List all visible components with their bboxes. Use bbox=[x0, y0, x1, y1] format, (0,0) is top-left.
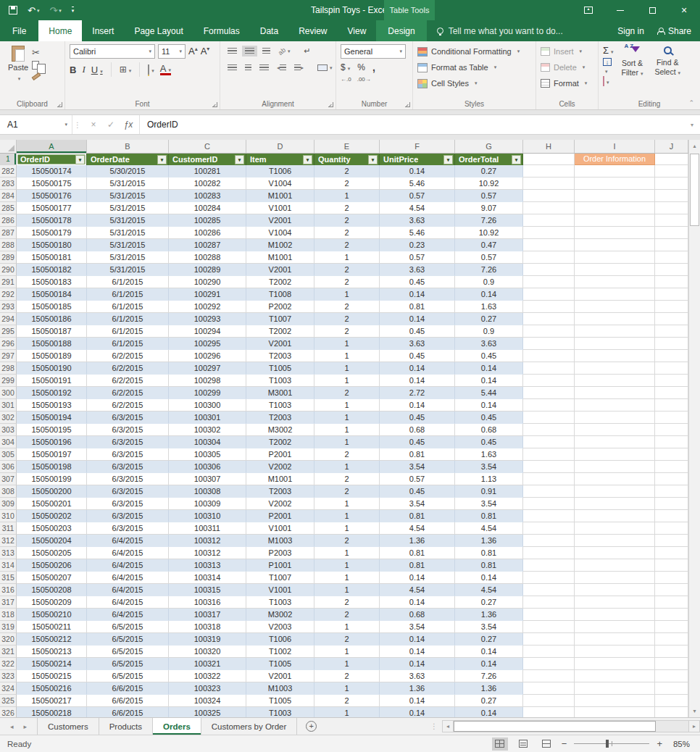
cell[interactable] bbox=[523, 522, 575, 535]
cell[interactable]: 5/31/2015 bbox=[87, 264, 169, 276]
cell-j1[interactable] bbox=[655, 154, 688, 165]
cell[interactable]: 5/31/2015 bbox=[87, 190, 169, 202]
redo-button[interactable]: ↷ bbox=[49, 6, 61, 15]
row-header-298[interactable]: 298 bbox=[0, 362, 17, 375]
zoom-slider[interactable] bbox=[574, 739, 649, 748]
cell[interactable]: 1 bbox=[314, 646, 380, 658]
name-box[interactable]: A1 bbox=[0, 115, 72, 134]
cell[interactable]: 6/1/2015 bbox=[87, 325, 169, 338]
cell[interactable]: 0.14 bbox=[380, 165, 455, 177]
tab-page-layout[interactable]: Page Layout bbox=[124, 20, 193, 41]
cell[interactable] bbox=[655, 424, 688, 436]
cell[interactable]: 5/31/2015 bbox=[87, 239, 169, 251]
cell[interactable] bbox=[575, 584, 655, 596]
cell[interactable]: 150500200 bbox=[17, 485, 87, 498]
cell[interactable]: P2001 bbox=[246, 448, 314, 461]
cell[interactable]: 100312 bbox=[169, 535, 246, 547]
cell[interactable]: M1001 bbox=[246, 473, 314, 485]
cell[interactable]: 6/3/2015 bbox=[87, 448, 169, 461]
cell[interactable]: 150500204 bbox=[17, 535, 87, 547]
cell[interactable] bbox=[575, 510, 655, 522]
cell[interactable]: T1007 bbox=[246, 313, 314, 325]
row-header-319[interactable]: 319 bbox=[0, 621, 17, 633]
formula-input[interactable]: OrderID bbox=[140, 115, 684, 134]
cell[interactable]: 150500185 bbox=[17, 301, 87, 313]
cell[interactable]: 100305 bbox=[169, 448, 246, 461]
cell[interactable] bbox=[575, 559, 655, 572]
row-header-293[interactable]: 293 bbox=[0, 301, 17, 313]
cell[interactable]: 1 bbox=[314, 621, 380, 633]
cell[interactable] bbox=[655, 239, 688, 251]
cell[interactable] bbox=[575, 596, 655, 609]
fill-button[interactable]: ↓ bbox=[603, 58, 614, 75]
cell[interactable]: 150500218 bbox=[17, 707, 87, 717]
cell[interactable] bbox=[575, 387, 655, 399]
cell[interactable]: T2002 bbox=[246, 436, 314, 448]
cell[interactable] bbox=[655, 510, 688, 522]
increase-indent-button[interactable]: ▸ bbox=[291, 62, 307, 73]
increase-decimal-button[interactable]: ←.0 bbox=[341, 76, 351, 83]
cell[interactable] bbox=[575, 239, 655, 251]
cell[interactable]: 3.54 bbox=[455, 621, 523, 633]
cell[interactable]: 3.54 bbox=[455, 498, 523, 510]
cell[interactable]: 150500181 bbox=[17, 251, 87, 264]
row-header-306[interactable]: 306 bbox=[0, 461, 17, 473]
row-header-299[interactable]: 299 bbox=[0, 375, 17, 387]
horizontal-scrollbar[interactable]: ◂ ▸ bbox=[442, 718, 700, 735]
percent-style-button[interactable]: % bbox=[357, 62, 365, 72]
cell[interactable]: M1001 bbox=[246, 190, 314, 202]
cell[interactable] bbox=[523, 436, 575, 448]
cell[interactable]: 150500205 bbox=[17, 547, 87, 559]
format-cells-button[interactable]: Format bbox=[541, 75, 593, 91]
cell[interactable]: T1003 bbox=[246, 707, 314, 717]
number-format-select[interactable]: General bbox=[341, 44, 406, 59]
cell[interactable]: 6/4/2015 bbox=[87, 547, 169, 559]
cell[interactable]: 0.81 bbox=[380, 559, 455, 572]
cell[interactable] bbox=[575, 609, 655, 621]
cell[interactable] bbox=[655, 658, 688, 670]
align-middle-button[interactable] bbox=[242, 46, 257, 57]
orientation-button[interactable]: ab bbox=[275, 46, 293, 57]
column-header-i[interactable]: I bbox=[575, 140, 655, 154]
cell[interactable]: 5/31/2015 bbox=[87, 177, 169, 190]
row-header-325[interactable]: 325 bbox=[0, 695, 17, 707]
cell[interactable]: 2 bbox=[314, 670, 380, 682]
cell[interactable]: 2 bbox=[314, 202, 380, 214]
cell[interactable]: 6/3/2015 bbox=[87, 498, 169, 510]
cell[interactable] bbox=[655, 670, 688, 682]
cell[interactable]: P1001 bbox=[246, 559, 314, 572]
cell[interactable]: 6/1/2015 bbox=[87, 313, 169, 325]
cell[interactable]: 150500199 bbox=[17, 473, 87, 485]
cell[interactable] bbox=[575, 535, 655, 547]
cell[interactable]: 150500184 bbox=[17, 288, 87, 301]
column-header-h[interactable]: H bbox=[523, 140, 575, 154]
cell[interactable] bbox=[655, 301, 688, 313]
cell[interactable]: 2 bbox=[314, 214, 380, 227]
cell[interactable]: 150500194 bbox=[17, 411, 87, 424]
cell[interactable] bbox=[575, 375, 655, 387]
cell[interactable] bbox=[523, 202, 575, 214]
clear-button[interactable] bbox=[603, 77, 614, 85]
cell[interactable]: 150500206 bbox=[17, 559, 87, 572]
cell[interactable]: 6/1/2015 bbox=[87, 276, 169, 288]
cell[interactable] bbox=[523, 387, 575, 399]
row-header-303[interactable]: 303 bbox=[0, 424, 17, 436]
cell[interactable]: 0.14 bbox=[380, 313, 455, 325]
grow-font-button[interactable]: A▴ bbox=[188, 46, 198, 57]
cell[interactable]: 1 bbox=[314, 411, 380, 424]
expand-formula-bar-button[interactable]: ▾ bbox=[684, 115, 700, 134]
cell[interactable]: T1008 bbox=[246, 288, 314, 301]
page-layout-view-button[interactable] bbox=[515, 738, 531, 751]
order-information-cell[interactable]: Order Information bbox=[575, 154, 655, 165]
cell[interactable] bbox=[575, 695, 655, 707]
cell[interactable]: 10.92 bbox=[455, 227, 523, 239]
cell[interactable]: 100289 bbox=[169, 264, 246, 276]
cell[interactable]: 6/1/2015 bbox=[87, 301, 169, 313]
cell[interactable]: 150500187 bbox=[17, 325, 87, 338]
cell[interactable]: 3.63 bbox=[380, 264, 455, 276]
cell[interactable]: 2 bbox=[314, 633, 380, 646]
tab-file[interactable]: File bbox=[0, 20, 38, 41]
row-header-291[interactable]: 291 bbox=[0, 276, 17, 288]
cell[interactable] bbox=[575, 399, 655, 411]
cell[interactable]: 1 bbox=[314, 572, 380, 584]
